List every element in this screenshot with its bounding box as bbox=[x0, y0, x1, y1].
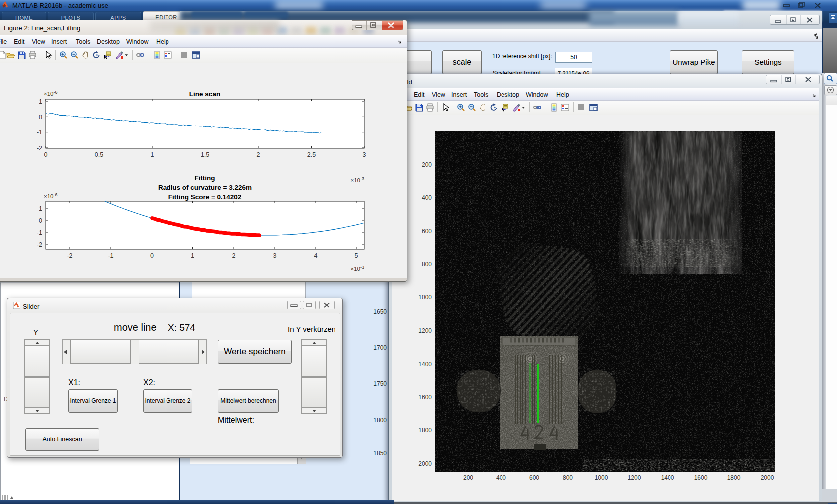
svg-text:3: 3 bbox=[363, 151, 366, 158]
svg-text:-2: -2 bbox=[37, 145, 42, 152]
svg-text:5: 5 bbox=[355, 252, 358, 259]
svg-text:-1: -1 bbox=[108, 252, 113, 259]
svg-text:Line scan: Line scan bbox=[189, 90, 220, 98]
svg-text:3: 3 bbox=[273, 252, 277, 259]
svg-text:-2: -2 bbox=[67, 252, 72, 259]
svg-text:×10-6: ×10-6 bbox=[44, 90, 58, 97]
svg-text:-1: -1 bbox=[37, 129, 42, 136]
svg-text:×10-3: ×10-3 bbox=[350, 265, 364, 272]
svg-text:0: 0 bbox=[150, 252, 154, 259]
svg-text:Radius of curvature = 3.226m: Radius of curvature = 3.226m bbox=[158, 184, 252, 191]
svg-text:Fitting Score = 0.14202: Fitting Score = 0.14202 bbox=[168, 193, 242, 201]
svg-text:-2: -2 bbox=[37, 241, 42, 248]
svg-text:0.5: 0.5 bbox=[95, 151, 103, 158]
svg-text:0: 0 bbox=[39, 114, 42, 121]
svg-text:Fitting: Fitting bbox=[194, 174, 215, 182]
svg-text:1: 1 bbox=[39, 205, 42, 212]
svg-text:0: 0 bbox=[39, 217, 42, 224]
svg-text:1: 1 bbox=[151, 151, 154, 158]
svg-text:2: 2 bbox=[232, 252, 236, 259]
svg-text:0: 0 bbox=[44, 151, 48, 158]
svg-text:×10-3: ×10-3 bbox=[350, 176, 364, 183]
svg-text:1: 1 bbox=[39, 98, 42, 105]
svg-text:2: 2 bbox=[257, 151, 260, 158]
svg-text:4: 4 bbox=[314, 252, 318, 259]
svg-text:2.5: 2.5 bbox=[307, 151, 316, 158]
svg-text:-1: -1 bbox=[37, 229, 42, 236]
svg-text:1.5: 1.5 bbox=[201, 151, 209, 158]
svg-text:1: 1 bbox=[191, 252, 194, 259]
svg-text:×10-6: ×10-6 bbox=[44, 192, 58, 199]
